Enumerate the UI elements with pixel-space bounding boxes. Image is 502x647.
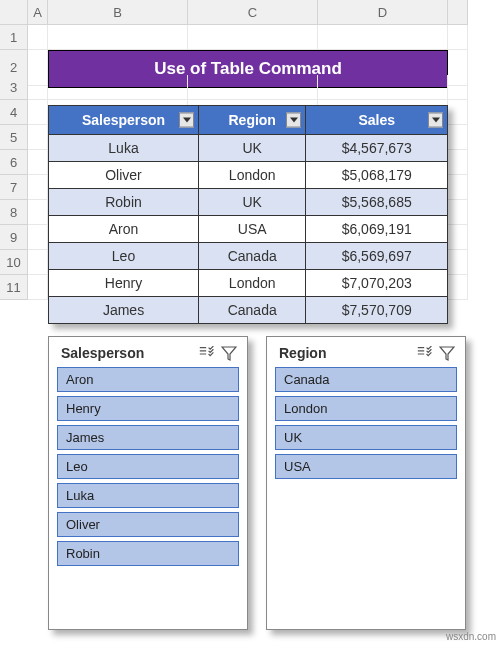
cell[interactable]: Robin — [49, 189, 199, 216]
row-9[interactable]: 9 — [0, 225, 28, 250]
cell[interactable]: London — [199, 162, 306, 189]
table-row[interactable]: LukaUK$4,567,673 — [49, 135, 448, 162]
slicer-item[interactable]: Aron — [57, 367, 239, 392]
cell[interactable]: USA — [199, 216, 306, 243]
cell[interactable]: $4,567,673 — [306, 135, 448, 162]
row-5[interactable]: 5 — [0, 125, 28, 150]
row-6[interactable]: 6 — [0, 150, 28, 175]
cell[interactable]: Oliver — [49, 162, 199, 189]
multi-select-icon[interactable] — [417, 346, 433, 360]
cell[interactable]: UK — [199, 189, 306, 216]
watermark: wsxdn.com — [446, 631, 496, 642]
cell[interactable]: Canada — [199, 243, 306, 270]
row-7[interactable]: 7 — [0, 175, 28, 200]
slicer-item[interactable]: USA — [275, 454, 457, 479]
row-4[interactable]: 4 — [0, 100, 28, 125]
slicer-item[interactable]: Luka — [57, 483, 239, 508]
row-8[interactable]: 8 — [0, 200, 28, 225]
slicer-item[interactable]: London — [275, 396, 457, 421]
slicer-salesperson[interactable]: Salesperson AronHenryJamesLeoLukaOliverR… — [48, 336, 248, 630]
row-11[interactable]: 11 — [0, 275, 28, 300]
th-sales[interactable]: Sales — [306, 106, 448, 135]
slicer-title: Salesperson — [61, 345, 193, 361]
filter-icon[interactable] — [428, 113, 443, 128]
row-1[interactable]: 1 — [0, 25, 28, 50]
slicer-item[interactable]: Robin — [57, 541, 239, 566]
cell[interactable]: Luka — [49, 135, 199, 162]
table-row[interactable]: RobinUK$5,568,685 — [49, 189, 448, 216]
slicer-item[interactable]: Oliver — [57, 512, 239, 537]
cell[interactable]: Canada — [199, 297, 306, 324]
slicer-item[interactable]: Leo — [57, 454, 239, 479]
cell[interactable]: Leo — [49, 243, 199, 270]
cell[interactable]: London — [199, 270, 306, 297]
col-E[interactable] — [448, 0, 468, 25]
cell[interactable]: James — [49, 297, 199, 324]
row-3[interactable]: 3 — [0, 75, 28, 100]
col-B[interactable]: B — [48, 0, 188, 25]
cell[interactable]: $5,068,179 — [306, 162, 448, 189]
select-all-corner[interactable] — [0, 0, 28, 25]
slicer-item[interactable]: Canada — [275, 367, 457, 392]
th-region[interactable]: Region — [199, 106, 306, 135]
filter-icon[interactable] — [286, 113, 301, 128]
table-row[interactable]: JamesCanada$7,570,709 — [49, 297, 448, 324]
slicer-region[interactable]: Region CanadaLondonUKUSA — [266, 336, 466, 630]
cell[interactable]: $7,570,709 — [306, 297, 448, 324]
cell[interactable]: $6,569,697 — [306, 243, 448, 270]
col-D[interactable]: D — [318, 0, 448, 25]
col-A[interactable]: A — [28, 0, 48, 25]
cell[interactable]: UK — [199, 135, 306, 162]
filter-icon[interactable] — [179, 113, 194, 128]
cell[interactable]: Henry — [49, 270, 199, 297]
slicer-item[interactable]: James — [57, 425, 239, 450]
table-row[interactable]: HenryLondon$7,070,203 — [49, 270, 448, 297]
table-row[interactable]: AronUSA$6,069,191 — [49, 216, 448, 243]
slicer-item[interactable]: UK — [275, 425, 457, 450]
slicer-item[interactable]: Henry — [57, 396, 239, 421]
cell[interactable]: $5,568,685 — [306, 189, 448, 216]
cell[interactable]: Aron — [49, 216, 199, 243]
table-row[interactable]: LeoCanada$6,569,697 — [49, 243, 448, 270]
multi-select-icon[interactable] — [199, 346, 215, 360]
row-10[interactable]: 10 — [0, 250, 28, 275]
slicer-title: Region — [279, 345, 411, 361]
table-row[interactable]: OliverLondon$5,068,179 — [49, 162, 448, 189]
col-C[interactable]: C — [188, 0, 318, 25]
cell[interactable]: $6,069,191 — [306, 216, 448, 243]
clear-filter-icon[interactable] — [439, 346, 455, 360]
cell[interactable]: $7,070,203 — [306, 270, 448, 297]
clear-filter-icon[interactable] — [221, 346, 237, 360]
th-salesperson[interactable]: Salesperson — [49, 106, 199, 135]
data-table: Salesperson Region Sales LukaUK$4,567,67… — [48, 105, 448, 324]
